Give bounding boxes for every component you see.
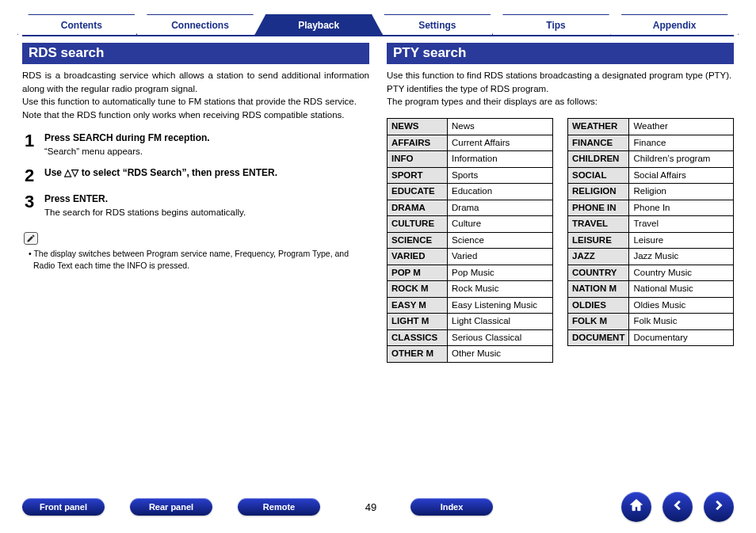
pty-label: Culture (448, 216, 553, 233)
step-caption: The search for RDS stations begins autom… (44, 206, 246, 219)
pty-code: OLDIES (568, 297, 629, 314)
tab-label: Playback (298, 20, 339, 31)
pty-code: DRAMA (388, 200, 448, 216)
table-row: VARIEDVaried (388, 249, 553, 265)
left-column: RDS search RDS is a broadcasting service… (22, 43, 369, 363)
section-header-pty: PTY search (387, 43, 734, 64)
bottom-nav: Front panel Rear panel Remote 49 Index (0, 492, 756, 522)
table-row: SPORTSports (388, 167, 553, 184)
pty-label: Pop Music (448, 265, 553, 281)
tab-contents[interactable]: Contents (17, 14, 146, 35)
table-row: NATION MNational Music (568, 281, 734, 298)
pty-label: National Music (629, 281, 734, 298)
step-3: 3 Press ENTER. The search for RDS statio… (22, 192, 369, 219)
table-row: FOLK MFolk Music (568, 314, 734, 330)
pty-table-left: NEWSNewsAFFAIRSCurrent AffairsINFOInform… (387, 118, 553, 363)
prev-page-button[interactable] (662, 492, 693, 522)
pty-code: AFFAIRS (388, 135, 448, 151)
page-number: 49 (346, 501, 396, 513)
tab-label: Connections (171, 20, 229, 31)
pty-code: NEWS (388, 119, 448, 135)
pty-code: EDUCATE (388, 184, 448, 200)
pty-code: SPORT (388, 167, 448, 184)
pty-label: Social Affairs (629, 167, 734, 184)
pty-code: OTHER M (388, 346, 448, 363)
next-page-button[interactable] (704, 492, 734, 522)
remote-button[interactable]: Remote (238, 498, 320, 516)
table-row: POP MPop Music (388, 265, 553, 281)
step-number: 1 (22, 131, 36, 158)
tab-playback[interactable]: Playback (254, 14, 383, 35)
table-row: WEATHERWeather (568, 119, 734, 135)
pty-label: Rock Music (448, 281, 553, 298)
step-title: Press ENTER. (44, 192, 246, 206)
pty-label: Varied (448, 249, 553, 265)
pty-code: NATION M (568, 281, 629, 298)
step-2: 2 Use △▽ to select “RDS Search”, then pr… (22, 166, 369, 185)
step-caption: “Search” menu appears. (44, 145, 210, 158)
pty-code: WEATHER (568, 119, 629, 135)
rds-steps: 1 Press SEARCH during FM reception. “Sea… (22, 131, 369, 219)
step-title: Press SEARCH during FM reception. (44, 131, 210, 145)
tab-label: Contents (61, 20, 102, 31)
pty-label: Education (448, 184, 553, 200)
pty-label: Folk Music (629, 314, 734, 330)
step-1: 1 Press SEARCH during FM reception. “Sea… (22, 131, 369, 158)
pty-label: Oldies Music (629, 297, 734, 314)
front-panel-button[interactable]: Front panel (22, 498, 105, 516)
bullet: • (29, 249, 32, 258)
pty-label: Science (448, 232, 553, 249)
table-row: CLASSICSSerious Classical (388, 329, 553, 346)
pty-code: COUNTRY (568, 265, 629, 281)
pty-code: DOCUMENT (568, 329, 629, 346)
table-row: LEISURELeisure (568, 232, 734, 249)
arrow-left-icon (670, 497, 685, 516)
table-row: INFOInformation (388, 151, 553, 168)
pty-label: Sports (448, 167, 553, 184)
pty-label: Current Affairs (448, 135, 553, 151)
home-button[interactable] (621, 492, 651, 522)
top-tabbar: Contents Connections Playback Settings T… (22, 14, 734, 36)
table-row: SCIENCEScience (388, 232, 553, 249)
tab-label: Appendix (653, 20, 697, 31)
pty-tables: NEWSNewsAFFAIRSCurrent AffairsINFOInform… (387, 118, 734, 363)
pty-label: Other Music (448, 346, 553, 363)
table-row: ROCK MRock Music (388, 281, 553, 298)
table-row: CULTURECulture (388, 216, 553, 233)
tab-tips[interactable]: Tips (492, 14, 620, 35)
table-row: OTHER MOther Music (388, 346, 553, 363)
tab-label: Settings (418, 20, 456, 31)
pty-code: CHILDREN (568, 151, 629, 168)
index-button[interactable]: Index (410, 498, 493, 516)
pty-label: Easy Listening Music (448, 297, 553, 314)
pty-label: Finance (629, 135, 734, 151)
pty-code: LEISURE (568, 232, 629, 249)
pty-code: INFO (388, 151, 448, 168)
tab-settings[interactable]: Settings (373, 14, 502, 35)
pty-label: Religion (629, 184, 734, 200)
pty-code: RELIGION (568, 184, 629, 200)
note-body: The display switches between Program ser… (33, 249, 349, 270)
table-row: COUNTRYCountry Music (568, 265, 734, 281)
table-row: PHONE INPhone In (568, 200, 734, 216)
section-header-rds: RDS search (22, 43, 369, 64)
pty-label: Information (448, 151, 553, 168)
step-title: Use △▽ to select “RDS Search”, then pres… (44, 166, 277, 180)
step-number: 2 (22, 166, 36, 185)
rear-panel-button[interactable]: Rear panel (130, 498, 212, 516)
table-row: EDUCATEEducation (388, 184, 553, 200)
tab-connections[interactable]: Connections (136, 14, 265, 35)
tab-appendix[interactable]: Appendix (610, 14, 739, 35)
pty-label: Travel (629, 216, 734, 233)
table-row: DRAMADrama (388, 200, 553, 216)
table-row: NEWSNews (388, 119, 553, 135)
note-text: • The display switches between Program s… (27, 248, 369, 271)
pty-label: Drama (448, 200, 553, 216)
right-column: PTY search Use this function to find RDS… (387, 43, 734, 363)
arrow-right-icon (711, 497, 727, 516)
pty-label: Leisure (629, 232, 734, 249)
home-icon (628, 497, 644, 516)
pty-code: SOCIAL (568, 167, 629, 184)
pty-code: JAZZ (568, 249, 629, 265)
table-row: LIGHT MLight Classical (388, 314, 553, 330)
